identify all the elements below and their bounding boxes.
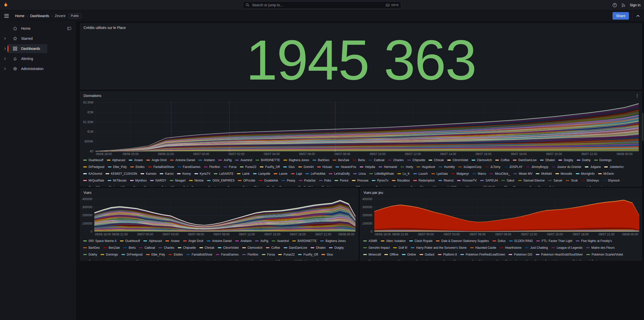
legend-item[interactable]: MissCliick_ [490, 171, 510, 177]
legend-item[interactable]: Super Smash Bros. Ultimate [520, 258, 564, 260]
legend-item[interactable]: Zoltan [544, 184, 557, 187]
sidebar-item-starred[interactable]: Starred [0, 33, 75, 44]
legend-item[interactable]: Angle Droit [146, 157, 167, 163]
legend-item[interactable]: Un33D [442, 184, 457, 187]
legend-item[interactable]: Malganyr [451, 171, 469, 177]
legend-item[interactable]: Genshin Impact [363, 245, 390, 251]
legend-item[interactable]: haynetv [596, 184, 612, 187]
legend-item[interactable]: CitronViolet [218, 245, 239, 251]
legend-item[interactable]: ZEventPlays [498, 184, 520, 187]
legend-item[interactable]: Platform 8 [438, 252, 457, 258]
legend-item[interactable]: Gom4rt [83, 258, 99, 260]
legend-item[interactable]: Charles [158, 245, 174, 251]
legend-item[interactable]: NAROY [150, 177, 166, 184]
sidebar-item-home[interactable]: Home [0, 23, 75, 33]
legend-item[interactable]: HeavenFox [120, 258, 141, 260]
legend-item[interactable]: Clemovitch [472, 157, 492, 163]
legend-item[interactable]: LittleBigWhale [369, 171, 394, 177]
legend-item[interactable]: Talk Shows & Podcasts [567, 258, 604, 260]
legend-item[interactable]: RoroowTV [457, 177, 477, 184]
legend-item[interactable]: Antoine Daniel [170, 157, 195, 163]
legend-item[interactable]: Neagari [170, 177, 186, 184]
legend-item[interactable]: PyrooTv [372, 177, 388, 184]
legend-item[interactable]: Laorie [274, 171, 287, 177]
legend-item[interactable]: KAOsvmd [83, 171, 102, 177]
legend-item[interactable]: Areliann [198, 157, 215, 163]
legend-item[interactable]: Pokémon Scarlet/Violet [586, 252, 623, 258]
legend-item[interactable]: ELDEN RING [509, 238, 533, 244]
legend-item[interactable]: Pokémon FireRed/LeafGreen [460, 252, 505, 258]
legend-item[interactable]: Coffee [495, 157, 509, 163]
breadcrumb-home[interactable]: Home [15, 14, 24, 18]
legend-item[interactable]: Sniper_Biscuit [128, 184, 153, 187]
legend-item[interactable]: Ponce [335, 177, 348, 184]
legend-item[interactable]: OPcrotte [238, 177, 255, 184]
legend-item[interactable]: Clash Royale [409, 238, 432, 244]
legend-item[interactable]: FuuRy_Off [298, 252, 318, 258]
legend-item[interactable]: TheHolomovement [316, 184, 347, 187]
legend-item[interactable]: Flonflon [204, 164, 220, 170]
legend-item[interactable]: Joueur du Grenier [552, 164, 582, 170]
legend-item[interactable]: DamDamLive [284, 245, 307, 251]
legend-item[interactable]: Laink [237, 171, 250, 177]
legend-item[interactable]: BartGeo [313, 157, 329, 163]
legend-item[interactable]: Monodie [555, 171, 572, 177]
legend-item[interactable]: Five Nights at Freddy's [576, 238, 612, 244]
legend-item[interactable]: Sully_Game [178, 184, 199, 187]
legend-item[interactable]: Areliann [235, 238, 252, 244]
legend-item[interactable]: Gius [321, 252, 333, 258]
legend-item[interactable]: Berlu [353, 157, 365, 163]
legend-item[interactable]: Humility [224, 258, 240, 260]
legend-item[interactable]: Mister MV [513, 171, 532, 177]
chevron-right-icon[interactable] [3, 47, 7, 51]
legend-item[interactable]: MoMaN [536, 171, 552, 177]
legend-item[interactable]: Redemption [413, 177, 435, 184]
legend-item[interactable]: League of Legends [551, 245, 583, 251]
legend-item[interactable]: Elbe_Poly [108, 164, 127, 170]
share-button[interactable]: Share [613, 12, 629, 20]
legend-item[interactable]: Rocket League [363, 258, 389, 260]
legend-item[interactable]: Morrigh4n [576, 171, 595, 177]
sidebar-item-alerting[interactable]: Alerting [0, 54, 75, 64]
legend-item[interactable]: IciJaponCorp [458, 164, 481, 170]
legend-item[interactable]: Charles [388, 157, 404, 163]
legend-item[interactable]: Baghera Jones [284, 157, 309, 163]
legend-item[interactable]: Maitre des Fleurs [586, 245, 615, 251]
news-rss-icon[interactable] [621, 3, 626, 7]
legend-item[interactable]: Chreak [429, 157, 444, 163]
vues-par-jeu-chart[interactable]: 010000020000030000040000009/06 18:0009/0… [362, 196, 641, 237]
grafana-logo-icon[interactable] [3, 2, 9, 8]
legend-item[interactable]: Forsa [262, 252, 275, 258]
legend-item[interactable]: Shisheyu [581, 177, 599, 184]
chevron-up-icon[interactable] [635, 13, 641, 19]
legend-item[interactable]: Dofus [493, 238, 506, 244]
legend-item[interactable]: Trinity [388, 184, 402, 187]
legend-item[interactable]: Chipsette [407, 157, 425, 163]
legend-item[interactable]: Tonton [371, 184, 385, 187]
legend-item[interactable]: Special Events [438, 258, 463, 260]
legend-item[interactable]: Chreak [199, 245, 215, 251]
legend-item[interactable]: Dokhy [83, 252, 97, 258]
legend-item[interactable]: Anaee [129, 157, 143, 163]
legend-item[interactable]: LePotoMat [305, 171, 325, 177]
legend-item[interactable]: JimmyBoyyy [311, 258, 333, 260]
chevron-right-icon[interactable] [3, 67, 7, 71]
legend-item[interactable]: Peaxy [281, 177, 295, 184]
legend-item[interactable]: Helydia [145, 258, 160, 260]
legend-item[interactable]: PodaSai [299, 177, 315, 184]
legend-item[interactable]: dofla [581, 184, 592, 187]
hamburger-menu-icon[interactable] [3, 12, 11, 20]
legend-item[interactable]: Special Agent [410, 258, 434, 260]
legend-item[interactable]: SieurPC [83, 184, 100, 187]
legend-item[interactable]: DrFeelgood [83, 164, 104, 170]
legend-item[interactable]: Samuel Etienne [518, 177, 545, 184]
legend-item[interactable]: Hctuan [102, 258, 117, 260]
legend-item[interactable]: Etoiles [169, 252, 183, 258]
legend-item[interactable]: FTL: Faster Than Light [536, 238, 572, 244]
legend-item[interactable]: Laniyelle [253, 171, 270, 177]
legend-item[interactable]: Furax22 [278, 252, 295, 258]
legend-item[interactable]: Offline [384, 252, 398, 258]
legend-item[interactable]: JulietteArz [604, 164, 624, 170]
legend-item[interactable]: BARDINETTE [256, 157, 280, 163]
legend-item[interactable]: TheGreatReview [261, 184, 289, 187]
